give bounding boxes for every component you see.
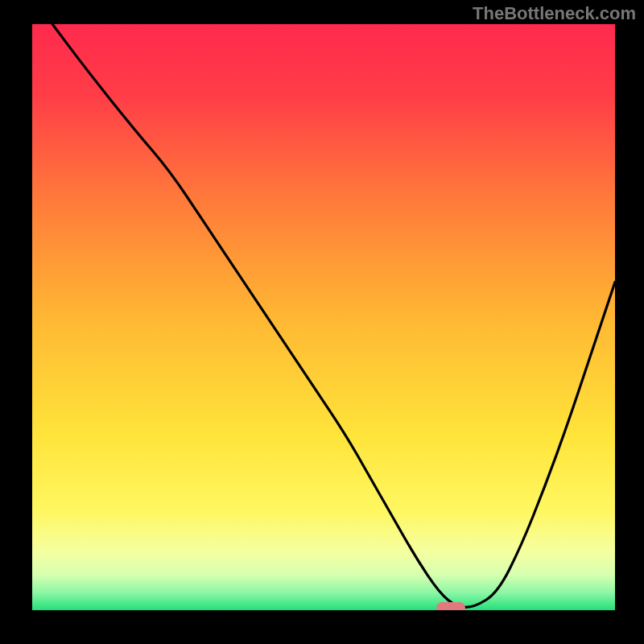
- bottleneck-chart: [29, 24, 615, 610]
- watermark-text: TheBottleneck.com: [473, 3, 636, 24]
- chart-curve: [29, 24, 615, 610]
- y-axis: [29, 24, 32, 613]
- x-axis: [29, 610, 615, 613]
